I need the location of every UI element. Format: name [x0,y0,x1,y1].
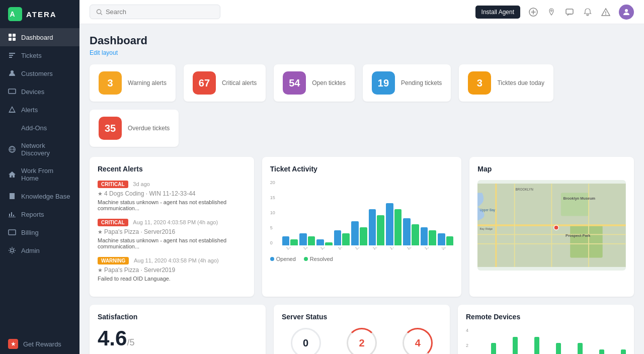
search-icon [96,9,103,16]
svg-point-14 [625,9,628,12]
alert-time-3: Aug 11, 2020 4:03:58 PM (4h ago) [134,257,219,263]
admin-icon [8,246,16,254]
overdue-badge: 35 [99,117,122,140]
devices-icon [8,87,16,96]
topbar-right: Install Agent [475,5,634,20]
sidebar-item-customers[interactable]: Customers [0,64,79,82]
bar-opened-8 [421,227,428,245]
remote-bar-group-6 [606,328,626,354]
sidebar-nav: Dashboard Tickets Customers Devices Aler… [0,28,79,334]
sidebar-item-admin[interactable]: Admin [0,241,79,259]
svg-point-30 [554,225,558,230]
search-input[interactable] [106,8,214,16]
x-label-9: 20 Nov [441,247,453,251]
remote-green-bar-0 [491,343,496,354]
add-icon[interactable] [528,7,538,17]
chat-icon[interactable] [565,7,575,17]
sidebar-item-get-rewards[interactable]: ★ Get Rewards [0,334,79,354]
content-area: Dashboard Edit layout 3 Warning alerts 6… [79,24,644,354]
svg-rect-4 [9,38,12,41]
ticket-activity-card: Ticket Activity 20 15 10 5 0 11 Nov12 No… [262,157,462,297]
billing-icon [8,228,16,236]
remote-devices-title: Remote Devices [466,313,626,321]
sidebar-label-knowledge-base: Knowledge Base [21,193,70,200]
sidebar-item-network-discovery[interactable]: Network Discovery [0,137,79,162]
sidebar-item-reports[interactable]: Reports [0,205,79,223]
work-from-home-icon [8,170,16,179]
rewards-label: Get Rewards [23,340,61,348]
sidebar-item-work-from-home[interactable]: Work From Home [0,162,79,187]
stat-card-open: 54 Open ticktes [274,64,355,102]
legend-opened: Opened [270,256,296,262]
stat-card-overdue: 35 Overdue tickets [90,110,179,147]
remote-green-bar-3 [556,343,561,354]
svg-rect-17 [570,225,602,257]
alert-badge-critical-1: CRITICAL [98,181,128,188]
sidebar: A ATERA Dashboard Tickets Customers [0,0,79,354]
satisfaction-card: Satisfaction 4.6/5 Quality of Support 4.… [90,305,266,354]
alert-source-2: ★ Papa's Pizza · Server2016 [98,228,246,235]
star-icon-3: ★ [98,267,104,273]
main-content: Install Agent Dashboard Edit layout [79,0,644,354]
svg-point-11 [97,9,101,13]
stat-card-critical: 67 Critical alerts [184,64,266,102]
alert-message-2: Machine status unknown - agent has not e… [98,237,246,249]
alert-server-3: Server2019 [144,267,175,274]
alert-item-3: WARNING Aug 11, 2020 4:03:58 PM (4h ago)… [98,256,246,282]
sidebar-item-billing[interactable]: Billing [0,223,79,241]
sidebar-item-knowledge-base[interactable]: Knowledge Base [0,187,79,205]
ticket-activity-title: Ticket Activity [270,165,454,173]
sidebar-item-tickets[interactable]: Tickets [0,46,79,64]
install-agent-button[interactable]: Install Agent [475,6,520,19]
bell-icon[interactable] [583,7,593,17]
map-title: Map [477,165,626,173]
bar-group-5 [369,209,384,245]
dashboard-icon [8,33,16,41]
bar-resolved-6 [394,209,402,245]
x-label-8: 19 Nov [424,247,436,251]
alert-message-3: Failed to read OID Language. [98,276,246,282]
logo-text: ATERA [26,10,57,19]
bar-opened-3 [334,230,342,245]
svg-rect-9 [9,230,16,235]
edit-layout-link[interactable]: Edit layout [90,49,634,56]
bar-opened-0 [282,236,290,245]
tickets-icon [8,51,16,59]
bar-group-8 [421,227,436,245]
sidebar-item-devices[interactable]: Devices [0,82,79,101]
bar-resolved-5 [377,215,384,245]
alert-message-1: Machine status unknown - agent has not e… [98,199,246,211]
topbar: Install Agent [79,0,644,24]
due-today-badge: 3 [468,71,491,95]
map-svg: Brooklyn Museum Prospect Park Upper Bay … [477,180,626,271]
x-label-6: 17 Nov [389,247,401,251]
add-ons-icon [8,124,16,132]
warning-icon[interactable] [601,7,611,17]
alert-time-2: Aug 11, 2020 4:03:58 PM (4h ago) [133,219,218,225]
sidebar-label-billing: Billing [21,229,39,236]
x-label-3: 14 Nov [337,247,350,251]
user-avatar[interactable] [619,5,634,20]
open-badge: 54 [283,71,306,95]
svg-text:Bay Ridge: Bay Ridge [480,227,493,230]
bottom-grid: Satisfaction 4.6/5 Quality of Support 4.… [90,305,634,354]
sidebar-item-add-ons[interactable]: Add-Ons [0,119,79,137]
search-box[interactable] [90,5,220,19]
alert-badge-critical-2: CRITICAL [98,219,128,226]
svg-rect-3 [13,34,16,37]
bar-resolved-1 [308,236,315,245]
location-icon[interactable] [546,7,556,17]
bar-opened-2 [316,239,324,245]
logo: A ATERA [0,0,79,28]
alert-badge-warning-3: WARNING [98,257,129,264]
alert-server-1: WIN 11-12-33-44 [149,190,195,197]
alert-server-2: Server2016 [144,228,175,235]
remote-bar-group-2 [519,328,539,354]
sidebar-label-customers: Customers [21,70,53,77]
warning-badge: 3 [99,71,122,95]
sidebar-item-alerts[interactable]: Alerts [0,101,79,119]
x-label-5: 16 Nov [372,247,384,251]
sidebar-item-dashboard[interactable]: Dashboard [0,28,79,46]
svg-rect-5 [13,38,16,41]
stat-card-pending: 19 Pending tickets [363,64,451,102]
